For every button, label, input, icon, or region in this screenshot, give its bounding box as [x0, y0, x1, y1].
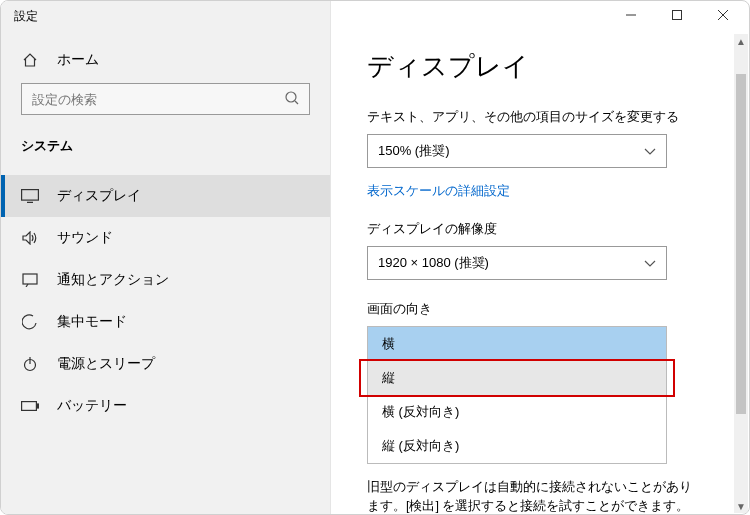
search-input[interactable]: [21, 83, 310, 115]
scrollbar[interactable]: ▲ ▼: [734, 34, 748, 513]
svg-rect-8: [23, 274, 37, 284]
scale-dropdown[interactable]: 150% (推奨): [367, 134, 667, 168]
scrollbar-thumb[interactable]: [736, 74, 746, 414]
search-icon: [284, 90, 300, 109]
window-title: 設定: [0, 8, 38, 25]
resolution-label: ディスプレイの解像度: [367, 220, 713, 238]
orientation-option[interactable]: 横 (反対向き): [368, 395, 666, 429]
battery-icon: [21, 401, 39, 411]
minimize-button[interactable]: [608, 0, 654, 30]
orientation-option[interactable]: 縦: [368, 361, 666, 395]
resolution-value: 1920 × 1080 (推奨): [378, 254, 489, 272]
sidebar-item-sound[interactable]: サウンド: [1, 217, 330, 259]
svg-rect-11: [22, 402, 37, 411]
sidebar-item-label: ディスプレイ: [57, 187, 141, 205]
sidebar-item-label: 集中モード: [57, 313, 127, 331]
sidebar-item-power[interactable]: 電源とスリープ: [1, 343, 330, 385]
home-icon: [21, 52, 39, 68]
sidebar: ホーム システム ディスプレイ サウンド: [1, 1, 331, 514]
advanced-scale-link[interactable]: 表示スケールの詳細設定: [367, 182, 510, 200]
svg-rect-6: [22, 190, 39, 201]
notifications-icon: [21, 273, 39, 287]
svg-rect-12: [37, 404, 39, 408]
sidebar-item-label: 通知とアクション: [57, 271, 169, 289]
maximize-button[interactable]: [654, 0, 700, 30]
chevron-down-icon: [644, 256, 656, 271]
svg-point-4: [286, 92, 296, 102]
sidebar-category: システム: [1, 133, 330, 165]
scroll-up-icon[interactable]: ▲: [734, 34, 748, 48]
sidebar-home-label: ホーム: [57, 51, 99, 69]
sidebar-home[interactable]: ホーム: [1, 41, 330, 83]
power-icon: [21, 356, 39, 372]
orientation-option[interactable]: 横: [368, 327, 666, 361]
sidebar-item-label: サウンド: [57, 229, 113, 247]
sidebar-item-display[interactable]: ディスプレイ: [1, 175, 330, 217]
chevron-down-icon: [644, 144, 656, 159]
sidebar-item-focus[interactable]: 集中モード: [1, 301, 330, 343]
svg-rect-1: [673, 11, 682, 20]
main-content: ディスプレイ テキスト、アプリ、その他の項目のサイズを変更する 150% (推奨…: [331, 1, 749, 514]
scroll-down-icon[interactable]: ▼: [734, 499, 748, 513]
orientation-option[interactable]: 縦 (反対向き): [368, 429, 666, 463]
sidebar-nav: ディスプレイ サウンド 通知とアクション 集中モード: [1, 175, 330, 427]
sidebar-item-battery[interactable]: バッテリー: [1, 385, 330, 427]
orientation-dropdown-open[interactable]: 横 縦 横 (反対向き) 縦 (反対向き): [367, 326, 667, 464]
scale-label: テキスト、アプリ、その他の項目のサイズを変更する: [367, 108, 713, 126]
sidebar-item-notifications[interactable]: 通知とアクション: [1, 259, 330, 301]
page-title: ディスプレイ: [367, 49, 713, 84]
sidebar-item-label: バッテリー: [57, 397, 127, 415]
svg-line-5: [295, 101, 298, 104]
resolution-dropdown[interactable]: 1920 × 1080 (推奨): [367, 246, 667, 280]
orientation-label: 画面の向き: [367, 300, 713, 318]
footnote-text: 旧型のディスプレイは自動的に接続されないことがあります。[検出] を選択すると接…: [367, 478, 697, 514]
close-button[interactable]: [700, 0, 746, 30]
focus-icon: [21, 314, 39, 330]
display-icon: [21, 189, 39, 203]
sound-icon: [21, 231, 39, 245]
sidebar-item-label: 電源とスリープ: [57, 355, 155, 373]
scale-value: 150% (推奨): [378, 142, 450, 160]
